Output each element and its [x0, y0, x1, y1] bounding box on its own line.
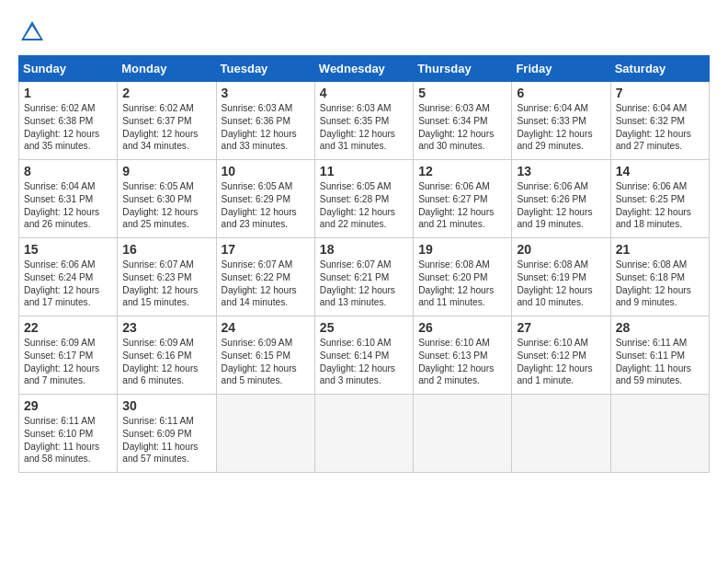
cell-details: Sunrise: 6:08 AMSunset: 6:19 PMDaylight:…: [517, 259, 592, 307]
day-number: 2: [122, 86, 210, 100]
calendar-cell: 5Sunrise: 6:03 AMSunset: 6:34 PMDaylight…: [414, 82, 512, 160]
cell-details: Sunrise: 6:06 AMSunset: 6:26 PMDaylight:…: [517, 181, 592, 229]
weekday-header-monday: Monday: [118, 56, 216, 82]
day-number: 20: [517, 242, 605, 257]
cell-details: Sunrise: 6:10 AMSunset: 6:12 PMDaylight:…: [517, 338, 592, 385]
cell-details: Sunrise: 6:06 AMSunset: 6:27 PMDaylight:…: [418, 181, 494, 229]
cell-details: Sunrise: 6:11 AMSunset: 6:09 PMDaylight:…: [122, 416, 198, 464]
calendar-cell: 22Sunrise: 6:09 AMSunset: 6:17 PMDayligh…: [19, 316, 118, 395]
cell-details: Sunrise: 6:05 AMSunset: 6:30 PMDaylight:…: [122, 181, 198, 229]
cell-details: Sunrise: 6:02 AMSunset: 6:37 PMDaylight:…: [122, 103, 198, 151]
calendar-cell: 11Sunrise: 6:05 AMSunset: 6:28 PMDayligh…: [314, 160, 413, 238]
calendar-cell: 3Sunrise: 6:03 AMSunset: 6:36 PMDaylight…: [216, 82, 314, 160]
calendar-cell: 29Sunrise: 6:11 AMSunset: 6:10 PMDayligh…: [19, 395, 118, 473]
calendar-cell: 28Sunrise: 6:11 AMSunset: 6:11 PMDayligh…: [610, 316, 709, 395]
day-number: 14: [616, 164, 704, 178]
cell-details: Sunrise: 6:05 AMSunset: 6:29 PMDaylight:…: [222, 181, 297, 229]
day-number: 13: [517, 164, 605, 178]
day-number: 25: [320, 320, 408, 335]
cell-details: Sunrise: 6:03 AMSunset: 6:35 PMDaylight:…: [320, 103, 395, 151]
day-number: 24: [222, 320, 310, 335]
cell-details: Sunrise: 6:09 AMSunset: 6:15 PMDaylight:…: [222, 338, 297, 385]
weekday-header-wednesday: Wednesday: [314, 56, 413, 82]
day-number: 16: [122, 242, 210, 257]
cell-details: Sunrise: 6:09 AMSunset: 6:16 PMDaylight:…: [122, 338, 198, 385]
logo: [18, 18, 50, 46]
day-number: 21: [616, 242, 704, 257]
weekday-header-thursday: Thursday: [414, 56, 512, 82]
calendar-cell: 25Sunrise: 6:10 AMSunset: 6:14 PMDayligh…: [314, 316, 413, 395]
calendar-cell: 9Sunrise: 6:05 AMSunset: 6:30 PMDaylight…: [118, 160, 216, 238]
cell-details: Sunrise: 6:03 AMSunset: 6:36 PMDaylight:…: [222, 103, 297, 151]
calendar-week-1: 1Sunrise: 6:02 AMSunset: 6:38 PMDaylight…: [19, 82, 710, 160]
day-number: 19: [418, 242, 506, 257]
weekday-header-row: SundayMondayTuesdayWednesdayThursdayFrid…: [19, 56, 710, 82]
cell-details: Sunrise: 6:06 AMSunset: 6:24 PMDaylight:…: [24, 259, 99, 307]
day-number: 10: [222, 164, 310, 178]
cell-details: Sunrise: 6:02 AMSunset: 6:38 PMDaylight:…: [24, 103, 99, 151]
calendar-week-4: 22Sunrise: 6:09 AMSunset: 6:17 PMDayligh…: [19, 316, 710, 395]
calendar-cell: [610, 395, 709, 473]
calendar-table: SundayMondayTuesdayWednesdayThursdayFrid…: [18, 55, 710, 473]
day-number: 15: [24, 242, 112, 257]
calendar-cell: [512, 395, 610, 473]
cell-details: Sunrise: 6:04 AMSunset: 6:32 PMDaylight:…: [616, 103, 691, 151]
day-number: 27: [517, 320, 605, 335]
cell-details: Sunrise: 6:09 AMSunset: 6:17 PMDaylight:…: [24, 338, 99, 385]
day-number: 5: [418, 86, 506, 100]
weekday-header-tuesday: Tuesday: [216, 56, 314, 82]
day-number: 8: [24, 164, 112, 178]
weekday-header-friday: Friday: [512, 56, 610, 82]
day-number: 12: [418, 164, 506, 178]
day-number: 4: [320, 86, 408, 100]
logo-icon: [18, 18, 46, 46]
day-number: 26: [418, 320, 506, 335]
day-number: 18: [320, 242, 408, 257]
calendar-cell: 6Sunrise: 6:04 AMSunset: 6:33 PMDaylight…: [512, 82, 610, 160]
calendar-cell: 20Sunrise: 6:08 AMSunset: 6:19 PMDayligh…: [512, 238, 610, 316]
day-number: 23: [122, 320, 210, 335]
cell-details: Sunrise: 6:03 AMSunset: 6:34 PMDaylight:…: [418, 103, 494, 151]
calendar-cell: 15Sunrise: 6:06 AMSunset: 6:24 PMDayligh…: [19, 238, 118, 316]
calendar-cell: 30Sunrise: 6:11 AMSunset: 6:09 PMDayligh…: [118, 395, 216, 473]
day-number: 29: [24, 398, 112, 413]
day-number: 30: [122, 398, 210, 413]
cell-details: Sunrise: 6:08 AMSunset: 6:18 PMDaylight:…: [616, 259, 691, 307]
day-number: 9: [122, 164, 210, 178]
cell-details: Sunrise: 6:07 AMSunset: 6:22 PMDaylight:…: [222, 259, 297, 307]
calendar-cell: 1Sunrise: 6:02 AMSunset: 6:38 PMDaylight…: [19, 82, 118, 160]
calendar-cell: 18Sunrise: 6:07 AMSunset: 6:21 PMDayligh…: [314, 238, 413, 316]
day-number: 28: [616, 320, 704, 335]
day-number: 22: [24, 320, 112, 335]
cell-details: Sunrise: 6:04 AMSunset: 6:31 PMDaylight:…: [24, 181, 99, 229]
cell-details: Sunrise: 6:11 AMSunset: 6:10 PMDaylight:…: [24, 416, 99, 464]
calendar-cell: 23Sunrise: 6:09 AMSunset: 6:16 PMDayligh…: [118, 316, 216, 395]
calendar-cell: [216, 395, 314, 473]
day-number: 11: [320, 164, 408, 178]
day-number: 17: [222, 242, 310, 257]
cell-details: Sunrise: 6:07 AMSunset: 6:23 PMDaylight:…: [122, 259, 198, 307]
calendar-week-3: 15Sunrise: 6:06 AMSunset: 6:24 PMDayligh…: [19, 238, 710, 316]
calendar-week-5: 29Sunrise: 6:11 AMSunset: 6:10 PMDayligh…: [19, 395, 710, 473]
calendar-cell: 24Sunrise: 6:09 AMSunset: 6:15 PMDayligh…: [216, 316, 314, 395]
cell-details: Sunrise: 6:11 AMSunset: 6:11 PMDaylight:…: [616, 338, 691, 385]
calendar-cell: 17Sunrise: 6:07 AMSunset: 6:22 PMDayligh…: [216, 238, 314, 316]
calendar-cell: 7Sunrise: 6:04 AMSunset: 6:32 PMDaylight…: [610, 82, 709, 160]
day-number: 1: [24, 86, 112, 100]
cell-details: Sunrise: 6:05 AMSunset: 6:28 PMDaylight:…: [320, 181, 395, 229]
calendar-cell: 21Sunrise: 6:08 AMSunset: 6:18 PMDayligh…: [610, 238, 709, 316]
cell-details: Sunrise: 6:10 AMSunset: 6:13 PMDaylight:…: [418, 338, 494, 385]
calendar-cell: 16Sunrise: 6:07 AMSunset: 6:23 PMDayligh…: [118, 238, 216, 316]
calendar-cell: 14Sunrise: 6:06 AMSunset: 6:25 PMDayligh…: [610, 160, 709, 238]
calendar-cell: 2Sunrise: 6:02 AMSunset: 6:37 PMDaylight…: [118, 82, 216, 160]
cell-details: Sunrise: 6:10 AMSunset: 6:14 PMDaylight:…: [320, 338, 395, 385]
calendar-cell: [314, 395, 413, 473]
calendar-cell: 12Sunrise: 6:06 AMSunset: 6:27 PMDayligh…: [414, 160, 512, 238]
day-number: 6: [517, 86, 605, 100]
calendar-week-2: 8Sunrise: 6:04 AMSunset: 6:31 PMDaylight…: [19, 160, 710, 238]
cell-details: Sunrise: 6:08 AMSunset: 6:20 PMDaylight:…: [418, 259, 494, 307]
calendar-cell: 8Sunrise: 6:04 AMSunset: 6:31 PMDaylight…: [19, 160, 118, 238]
day-number: 3: [222, 86, 310, 100]
calendar-cell: 19Sunrise: 6:08 AMSunset: 6:20 PMDayligh…: [414, 238, 512, 316]
weekday-header-sunday: Sunday: [19, 56, 118, 82]
